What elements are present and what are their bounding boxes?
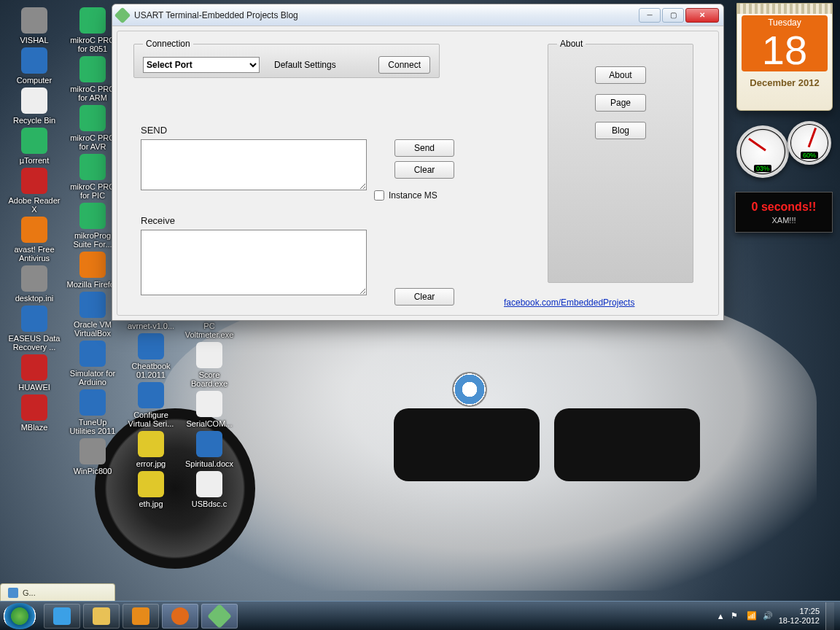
desktop-icon-label: EASEUS Data Recovery ... [6,334,63,351]
taskbar-usart-app[interactable] [201,604,238,629]
desktop-icon-label: Recycle Bin [6,116,63,125]
ram-gauge: 60% [788,121,831,165]
system-tray: ▲ ⚑ 📶 🔊 17:25 18-12-2012 [717,602,837,630]
desktop-icon[interactable]: Cheatbook 01.2011 [122,332,179,379]
countdown-main: 0 seconds!! [752,201,817,214]
taskbar-explorer[interactable] [83,604,120,629]
taskbar: ▲ ⚑ 📶 🔊 17:25 18-12-2012 [0,601,840,630]
network-icon[interactable]: 📶 [747,611,757,621]
desktop-icon[interactable]: error.jpg [122,429,179,468]
countdown-sub: XAM!!! [771,216,796,225]
desktop-icon-glyph [196,431,222,457]
close-button[interactable]: ✕ [685,8,719,23]
task-tab-usart[interactable]: G... [0,583,115,601]
receive-clear-button[interactable]: Clear [394,288,454,306]
ie-icon [53,607,71,625]
taskbar-time: 17:25 [779,607,820,616]
countdown-gadget[interactable]: 0 seconds!! XAM!!! [735,192,833,233]
port-select[interactable]: Select Port [143,57,260,73]
desktop-icon[interactable]: TuneUp Utilities 2011 [64,388,121,435]
desktop-icon-label: Adobe Reader X [6,196,63,214]
maximize-button[interactable]: ▢ [662,8,684,23]
taskbar-ie[interactable] [44,604,80,629]
desktop-icon-glyph [21,306,47,332]
instance-ms-checkbox[interactable] [374,190,384,201]
desktop-icon-label: avast! Free Antivirus [6,245,63,262]
send-clear-button[interactable]: Clear [394,161,454,179]
volume-icon[interactable]: 🔊 [763,611,773,621]
window-title: USART Terminal-Embedded Projects Blog [134,10,639,20]
desktop-icon[interactable]: µTorrent [6,126,63,165]
firefox-icon [171,607,189,625]
about-button[interactable]: About [595,66,646,84]
desktop-icon-label: Oracle VM VirtualBox [64,320,121,338]
desktop-icon-glyph [79,203,106,229]
folder-icon [93,607,110,625]
receive-textarea[interactable] [141,230,367,295]
desktop-icon-glyph [79,7,106,34]
usart-app-icon [207,604,232,629]
connect-button[interactable]: Connect [378,56,430,74]
desktop-icon[interactable]: Simulator for Arduino [64,339,121,386]
cpu-meter-gadget[interactable]: 03% 60% [736,121,831,176]
desktop-icon[interactable]: USBdsc.c [181,470,238,508]
desktop-icon-label: WinPic800 [64,467,121,475]
desktop-icon-glyph [79,252,106,278]
about-legend: About [557,39,586,49]
desktop-icon[interactable]: SerialCOM... [181,389,238,428]
desktop-icon-label: Spiritual.docx [181,459,238,468]
instance-ms-row[interactable]: Instance MS [374,190,438,201]
desktop-icon-glyph [21,47,47,74]
start-button[interactable] [3,603,36,629]
desktop-icon-label: eth.jpg [122,499,179,508]
desktop-icon-glyph [138,431,164,457]
page-button[interactable]: Page [595,94,646,112]
desktop-icon-label: SerialCOM... [181,419,238,428]
desktop-icon-glyph [21,394,47,421]
taskbar-date: 18-12-2012 [779,616,820,626]
connection-group: Connection Select Port Default Settings … [133,39,440,78]
desktop-icon[interactable]: Adobe Reader X [6,166,63,214]
desktop-icon[interactable]: Score Board.exe [181,341,238,388]
desktop-icon[interactable]: Computer [6,46,63,85]
desktop-icon[interactable]: Recycle Bin [6,86,63,125]
desktop-icon-glyph [138,471,164,497]
desktop-icon[interactable]: Spiritual.docx [181,429,238,468]
blog-button[interactable]: Blog [595,122,646,139]
desktop-icon-glyph [79,341,106,367]
desktop-icon[interactable]: HUAWEI [6,353,63,392]
desktop-icon-label: error.jpg [122,459,179,468]
flag-icon[interactable]: ⚑ [731,611,741,621]
desktop-icon[interactable]: Configure Virtual Seri... [122,381,179,428]
desktop-icon[interactable]: avast! Free Antivirus [6,215,63,262]
usart-terminal-window: USART Terminal-Embedded Projects Blog ─ … [112,4,724,321]
wallpaper-grille [394,408,540,481]
calendar-gadget[interactable]: Tuesday 18 December 2012 [736,3,833,111]
send-button[interactable]: Send [394,139,454,157]
desktop-icon[interactable]: VISHAL [6,6,63,44]
desktop-icon[interactable]: EASEUS Data Recovery ... [6,304,63,351]
minimize-button[interactable]: ─ [639,8,661,23]
desktop-icon[interactable]: MBlaze [6,393,63,432]
desktop-icon-label: Configure Virtual Seri... [122,411,179,428]
facebook-link[interactable]: facebook.com/EmbeddedProjects [504,298,634,308]
send-textarea[interactable] [141,139,367,190]
about-group: About About Page Blog [548,39,693,283]
titlebar[interactable]: USART Terminal-Embedded Projects Blog ─ … [112,4,723,26]
calendar-rings [737,4,832,14]
desktop-icon-label: PC Voltmeter.exe [181,322,238,339]
desktop-icon[interactable]: desktop.ini [6,264,63,303]
taskbar-firefox[interactable] [162,604,198,629]
desktop-icon[interactable]: eth.jpg [122,470,179,508]
show-desktop-button[interactable] [825,602,834,630]
desktop-icon-label: avrnet-v1.0... [122,322,179,330]
taskbar-clock[interactable]: 17:25 18-12-2012 [779,607,820,626]
desktop-icon[interactable]: WinPic800 [64,437,121,475]
desktop-icon-glyph [79,56,106,82]
calendar-day-number: 18 [742,29,828,71]
desktop-icon-glyph [21,128,47,154]
show-hidden-icon[interactable]: ▲ [717,612,725,621]
desktop-icon-glyph [21,88,47,114]
taskbar-media-player[interactable] [122,604,159,629]
desktop-icon-label: HUAWEI [6,383,63,392]
